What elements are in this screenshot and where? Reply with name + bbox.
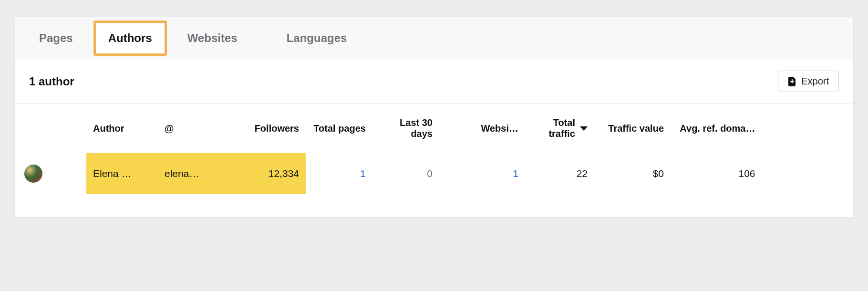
spacer-row (15, 194, 853, 217)
tab-websites[interactable]: Websites (173, 21, 252, 56)
col-total-traffic[interactable]: Total traffic (525, 104, 594, 153)
col-total-traffic-label: Total traffic (532, 117, 575, 139)
col-traffic-value[interactable]: Traffic value (594, 104, 671, 153)
authors-card: Pages Authors Websites Languages 1 autho… (14, 17, 854, 218)
authors-table: Author @ Followers Total pages Last 30 d… (15, 104, 853, 217)
cell-avatar (15, 153, 86, 195)
cell-total-traffic: 22 (525, 153, 594, 195)
table-header-row: Author @ Followers Total pages Last 30 d… (15, 104, 853, 153)
tabs-bar: Pages Authors Websites Languages (15, 17, 853, 59)
table-wrap: Author @ Followers Total pages Last 30 d… (15, 104, 853, 217)
tab-authors[interactable]: Authors (93, 21, 167, 56)
export-label: Export (801, 76, 829, 87)
col-spacer (762, 104, 854, 153)
col-followers[interactable]: Followers (237, 104, 306, 153)
cell-author: Elena … (86, 153, 158, 195)
cell-followers: 12,334 (237, 153, 306, 195)
table-row[interactable]: Elena … elena… 12,334 1 0 1 22 $0 106 (15, 153, 853, 195)
cell-last-30-days: 0 (372, 153, 439, 195)
col-author[interactable]: Author (86, 104, 158, 153)
col-avatar (15, 104, 86, 153)
cell-handle: elena… (158, 153, 237, 195)
col-total-pages[interactable]: Total pages (306, 104, 372, 153)
sort-desc-icon (580, 126, 588, 131)
col-avg-ref-domains[interactable]: Avg. ref. doma… (671, 104, 762, 153)
cell-avg-ref-domains: 106 (671, 153, 762, 195)
export-button[interactable]: Export (778, 71, 839, 92)
tab-divider (262, 30, 262, 47)
col-handle[interactable]: @ (158, 104, 237, 153)
tab-pages[interactable]: Pages (24, 21, 88, 56)
cell-spacer (762, 153, 854, 195)
header-bar: 1 author Export (15, 59, 853, 104)
avatar (24, 165, 42, 183)
total-pages-link[interactable]: 1 (360, 168, 366, 179)
cell-websites: 1 (439, 153, 525, 195)
col-websites[interactable]: Websi… (439, 104, 525, 153)
tab-languages[interactable]: Languages (272, 21, 362, 56)
cell-traffic-value: $0 (594, 153, 671, 195)
cell-total-pages: 1 (306, 153, 372, 195)
websites-link[interactable]: 1 (513, 168, 518, 179)
col-last-30-days[interactable]: Last 30 days (372, 104, 439, 153)
download-icon (788, 77, 796, 86)
result-count: 1 author (29, 75, 74, 88)
